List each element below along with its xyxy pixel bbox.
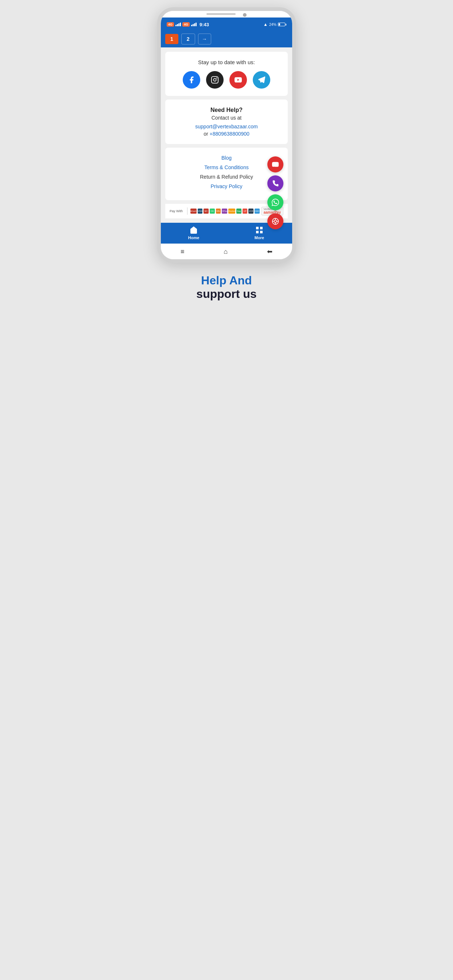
- youtube-icon: [234, 76, 242, 84]
- nav-arrow-btn[interactable]: →: [198, 33, 211, 45]
- status-left: 4G 4G 9:43: [167, 22, 209, 27]
- nav-tab-2[interactable]: 2: [181, 33, 195, 45]
- battery-percent: 24%: [269, 22, 276, 27]
- social-card: Stay up to date with us:: [165, 52, 288, 96]
- pay-icon-9: UP: [242, 208, 248, 214]
- caption-line1: Help And: [196, 274, 257, 287]
- pay-icon-5: SBL: [216, 208, 221, 214]
- terms-link[interactable]: Terms & Conditions: [171, 164, 282, 170]
- phone-frame: 4G 4G 9:43 ▲ 24% 1 2 →: [157, 7, 296, 263]
- fab-support-icon: [272, 218, 279, 225]
- return-policy-text: Return & Refund Policy: [171, 174, 282, 180]
- svg-rect-11: [256, 227, 258, 229]
- svg-point-2: [216, 78, 217, 79]
- phone-link[interactable]: +8809638800900: [209, 131, 249, 137]
- signal-bars-right: [191, 22, 196, 26]
- pay-icon-4: OK: [210, 208, 215, 214]
- fab-whatsapp-icon: [272, 199, 279, 206]
- android-home-btn[interactable]: ⌂: [223, 248, 228, 256]
- pay-icon-2: VISA: [198, 208, 203, 214]
- svg-rect-13: [256, 231, 258, 233]
- android-menu-btn[interactable]: ≡: [180, 248, 185, 256]
- help-card: Need Help? Contact us at support@vertexb…: [165, 100, 288, 144]
- phone-prefix: or: [204, 131, 209, 137]
- pay-icon-11: AMX: [255, 208, 260, 214]
- blog-link[interactable]: Blog: [171, 155, 282, 161]
- facebook-button[interactable]: [183, 71, 200, 89]
- pay-icon-8: Nag: [236, 208, 241, 214]
- links-card: Blog Terms & Conditions Return & Refund …: [165, 148, 288, 200]
- svg-rect-12: [260, 227, 263, 229]
- pay-icon-1: bKash: [190, 208, 196, 214]
- pay-icon-3: MC: [204, 208, 209, 214]
- fab-youtube-icon: [272, 161, 279, 168]
- network-badge-right: 4G: [182, 22, 190, 27]
- email-link[interactable]: support@vertexbazaar.com: [171, 124, 282, 129]
- status-bar: 4G 4G 9:43 ▲ 24%: [161, 18, 292, 30]
- phone-line: or +8809638800900: [171, 131, 282, 137]
- facebook-icon: [187, 76, 196, 84]
- pay-icon-10: JCB: [248, 208, 254, 214]
- fab-phone[interactable]: [267, 175, 283, 191]
- status-right: ▲ 24%: [263, 22, 286, 27]
- floating-buttons: [267, 155, 283, 229]
- android-back-btn[interactable]: ⬅: [267, 248, 273, 256]
- fab-phone-icon: [272, 180, 279, 187]
- signal-bars-left: [175, 22, 181, 26]
- battery-icon: [278, 22, 286, 26]
- status-time: 9:43: [199, 22, 209, 27]
- svg-rect-0: [212, 76, 218, 83]
- home-label: Home: [188, 235, 199, 240]
- notch-pill: [206, 13, 236, 15]
- fab-support[interactable]: [267, 213, 283, 229]
- social-title: Stay up to date with us:: [171, 59, 282, 65]
- wifi-icon: ▲: [263, 22, 268, 27]
- front-camera: [243, 13, 247, 17]
- top-nav-bar: 1 2 →: [161, 30, 292, 48]
- instagram-button[interactable]: [206, 71, 223, 89]
- svg-point-6: [274, 220, 277, 223]
- fab-whatsapp[interactable]: [267, 194, 283, 210]
- nav-tab-1[interactable]: 1: [165, 34, 179, 44]
- network-badge-left: 4G: [167, 22, 174, 27]
- more-label: More: [255, 235, 264, 240]
- bottom-caption: Help And support us: [196, 274, 257, 301]
- svg-point-1: [214, 78, 216, 81]
- notch-bar: [161, 11, 292, 18]
- instagram-icon: [211, 76, 219, 84]
- content-area: Stay up to date with us:: [161, 48, 292, 223]
- privacy-link[interactable]: Privacy Policy: [171, 183, 282, 189]
- home-icon: [189, 226, 198, 234]
- pay-icon-6: OPay: [222, 208, 227, 214]
- youtube-button[interactable]: [230, 71, 247, 89]
- telegram-button[interactable]: [253, 71, 270, 89]
- help-title: Need Help?: [171, 107, 282, 113]
- pay-icon-7: Rocket: [228, 208, 235, 214]
- android-nav: ≡ ⌂ ⬅: [161, 243, 292, 259]
- grid-icon: [255, 226, 264, 234]
- pay-label: Pay With: [170, 209, 183, 213]
- caption-line2: support us: [196, 287, 257, 301]
- telegram-icon: [257, 76, 266, 84]
- social-icons-row: [171, 71, 282, 89]
- payment-icons: bKash VISA MC OK SBL OPay Rocket Nag UP …: [190, 208, 260, 214]
- contact-label: Contact us at: [171, 115, 282, 121]
- bottom-nav-home[interactable]: Home: [161, 226, 226, 240]
- fab-youtube[interactable]: [267, 156, 283, 172]
- svg-rect-14: [260, 231, 263, 233]
